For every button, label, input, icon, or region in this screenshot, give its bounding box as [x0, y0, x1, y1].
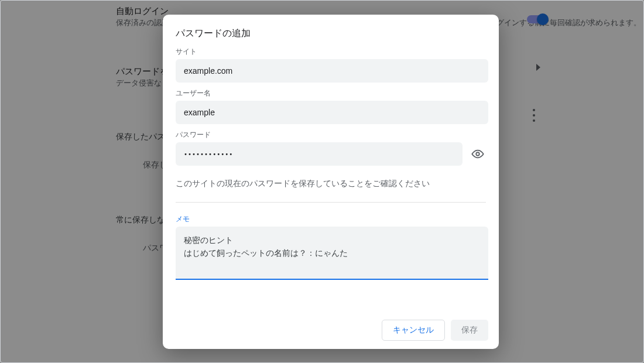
show-password-button[interactable] [467, 143, 488, 165]
memo-textarea[interactable]: 秘密のヒント はじめて飼ったペットの名前は？：にゃんた [176, 227, 488, 280]
site-input[interactable] [176, 59, 488, 83]
cancel-button[interactable]: キャンセル [382, 320, 445, 341]
site-label: サイト [176, 47, 486, 57]
password-input[interactable] [176, 142, 463, 166]
svg-point-0 [476, 152, 479, 156]
divider [176, 202, 486, 203]
username-input[interactable] [176, 101, 488, 124]
helper-text: このサイトの現在のパスワードを保存していることをご確認ください [176, 179, 486, 189]
add-password-dialog: パスワードの追加 サイト ユーザー名 パスワード このサイトの現在のパスワードを… [163, 15, 499, 349]
password-label: パスワード [176, 130, 486, 140]
eye-icon [471, 148, 484, 160]
memo-label: メモ [176, 214, 486, 224]
save-button[interactable]: 保存 [451, 320, 488, 341]
username-label: ユーザー名 [176, 88, 486, 98]
dialog-title: パスワードの追加 [176, 28, 486, 40]
